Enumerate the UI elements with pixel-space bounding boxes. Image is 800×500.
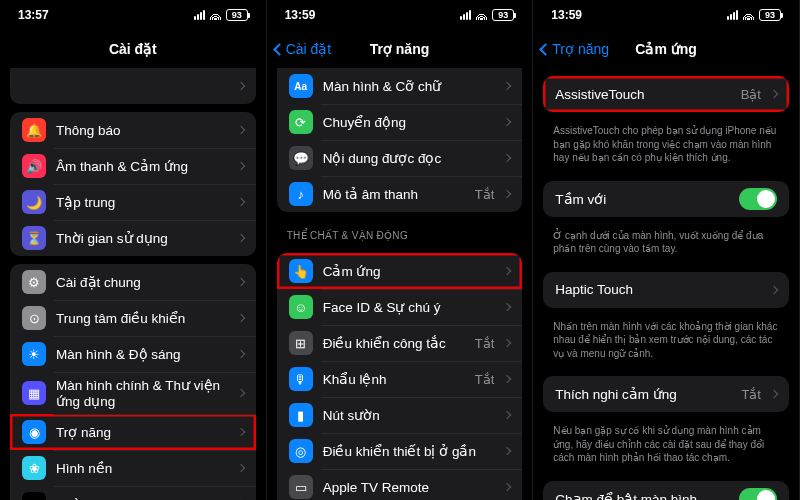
speaker-icon: 🔊 xyxy=(22,154,46,178)
chevron-right-icon xyxy=(770,390,778,398)
chevron-right-icon xyxy=(770,285,778,293)
settings-row-standby[interactable]: Chờ xyxy=(10,486,256,500)
wifi-icon xyxy=(209,11,222,20)
speech-icon: 💬 xyxy=(289,146,313,170)
status-time: 13:59 xyxy=(551,8,582,22)
chevron-right-icon xyxy=(236,234,244,242)
settings-row-accessibility[interactable]: ◉ Trợ năng xyxy=(10,414,256,450)
settings-row-display[interactable]: ☀︎ Màn hình & Độ sáng xyxy=(10,336,256,372)
chevron-right-icon xyxy=(236,198,244,206)
brightness-icon: ☀︎ xyxy=(22,342,46,366)
hourglass-icon: ⏳ xyxy=(22,226,46,250)
accessibility-icon: ◉ xyxy=(22,420,46,444)
chevron-right-icon xyxy=(503,267,511,275)
chevron-right-icon xyxy=(503,303,511,311)
standby-icon xyxy=(22,492,46,500)
row-voice-control[interactable]: 🎙 Khẩu lệnh Tắt xyxy=(277,361,523,397)
row-switch-control[interactable]: ⊞ Điều khiển công tắc Tắt xyxy=(277,325,523,361)
row-spoken-content[interactable]: 💬 Nội dung được đọc xyxy=(277,140,523,176)
settings-row-control-center[interactable]: ⊙ Trung tâm điều khiển xyxy=(10,300,256,336)
battery-icon: 93 xyxy=(226,9,248,21)
nav-header: Cài đặt xyxy=(0,30,266,68)
toggle-tap-to-wake[interactable] xyxy=(739,488,777,501)
chevron-right-icon xyxy=(503,190,511,198)
row-touch[interactable]: 👆 Cảm ứng xyxy=(277,253,523,289)
row-apple-tv-remote[interactable]: ▭ Apple TV Remote xyxy=(277,469,523,500)
chevron-right-icon xyxy=(236,162,244,170)
footer-haptic: Nhấn trên màn hình với các khoảng thời g… xyxy=(533,316,799,369)
chevron-right-icon xyxy=(503,339,511,347)
wifi-icon xyxy=(742,11,755,20)
signal-icon xyxy=(460,10,471,20)
page-title: Cảm ứng xyxy=(635,41,697,57)
chevron-left-icon xyxy=(541,41,550,57)
status-bar: 13:59 93 xyxy=(267,0,533,30)
status-bar: 13:59 93 xyxy=(533,0,799,30)
section-header-physical: THỂ CHẤT & VẬN ĐỘNG xyxy=(267,220,533,245)
footer-assistive: AssistiveTouch cho phép bạn sử dụng iPho… xyxy=(533,120,799,173)
bell-icon: 🔔 xyxy=(22,118,46,142)
audio-desc-icon: ♪ xyxy=(289,182,313,206)
settings-group xyxy=(10,68,256,104)
chevron-right-icon xyxy=(503,154,511,162)
nav-header: Cài đặt Trợ năng xyxy=(267,30,533,68)
row-nearby-control[interactable]: ◎ Điều khiển thiết bị ở gần xyxy=(277,433,523,469)
row-assistive-touch[interactable]: AssistiveTouch Bật xyxy=(543,76,789,112)
settings-row-general[interactable]: ⚙︎ Cài đặt chung xyxy=(10,264,256,300)
chevron-right-icon xyxy=(503,375,511,383)
toggle-reachability[interactable] xyxy=(739,188,777,210)
toggles-icon: ⊙ xyxy=(22,306,46,330)
footer-accommodations: Nếu bạn gặp sự cố khi sử dụng màn hình c… xyxy=(533,420,799,473)
chevron-right-icon xyxy=(236,464,244,472)
settings-row-home-screen[interactable]: ▦ Màn hình chính & Thư viện ứng dụng xyxy=(10,372,256,414)
battery-icon: 93 xyxy=(492,9,514,21)
settings-row-sounds[interactable]: 🔊 Âm thanh & Cảm ứng xyxy=(10,148,256,184)
touch-icon: 👆 xyxy=(289,259,313,283)
nearby-icon: ◎ xyxy=(289,439,313,463)
settings-group: 🔔 Thông báo 🔊 Âm thanh & Cảm ứng 🌙 Tập t… xyxy=(10,112,256,256)
row-faceid[interactable]: ☺ Face ID & Sự chú ý xyxy=(277,289,523,325)
row-haptic-touch[interactable]: Haptic Touch xyxy=(543,272,789,308)
settings-row-wallpaper[interactable]: ❀ Hình nền xyxy=(10,450,256,486)
battery-icon: 93 xyxy=(759,9,781,21)
footer-reachability: Ở cạnh dưới của màn hình, vuốt xuống để … xyxy=(533,225,799,264)
voice-icon: 🎙 xyxy=(289,367,313,391)
status-bar: 13:57 93 xyxy=(0,0,266,30)
grid-icon: ▦ xyxy=(22,381,46,405)
row-touch-accommodations[interactable]: Thích nghi cảm ứng Tắt xyxy=(543,376,789,412)
page-title: Trợ năng xyxy=(370,41,430,57)
chevron-right-icon xyxy=(236,428,244,436)
chevron-right-icon xyxy=(236,126,244,134)
chevron-right-icon xyxy=(236,82,244,90)
row-display-text-size[interactable]: Aa Màn hình & Cỡ chữ xyxy=(277,68,523,104)
settings-row-focus[interactable]: 🌙 Tập trung xyxy=(10,184,256,220)
text-size-icon: Aa xyxy=(289,74,313,98)
settings-row-truncated[interactable] xyxy=(10,68,256,104)
row-tap-to-wake[interactable]: Chạm để bật màn hình xyxy=(543,481,789,501)
chevron-right-icon xyxy=(503,447,511,455)
chevron-right-icon xyxy=(503,411,511,419)
row-side-button[interactable]: ▮ Nút sườn xyxy=(277,397,523,433)
chevron-right-icon xyxy=(236,278,244,286)
signal-icon xyxy=(194,10,205,20)
touch-screen: 13:59 93 Trợ năng Cảm ứng AssistiveTouch… xyxy=(533,0,800,500)
remote-icon: ▭ xyxy=(289,475,313,499)
settings-row-screentime[interactable]: ⏳ Thời gian sử dụng xyxy=(10,220,256,256)
row-motion[interactable]: ⟳ Chuyển động xyxy=(277,104,523,140)
settings-row-notifications[interactable]: 🔔 Thông báo xyxy=(10,112,256,148)
accessibility-group-physical: 👆 Cảm ứng ☺ Face ID & Sự chú ý ⊞ Điều kh… xyxy=(277,253,523,500)
touch-group-tap-to-wake: Chạm để bật màn hình xyxy=(543,481,789,501)
row-audio-descriptions[interactable]: ♪ Mô tả âm thanh Tắt xyxy=(277,176,523,212)
switch-icon: ⊞ xyxy=(289,331,313,355)
wifi-icon xyxy=(475,11,488,20)
generic-icon xyxy=(22,74,46,98)
settings-group: ⚙︎ Cài đặt chung ⊙ Trung tâm điều khiển … xyxy=(10,264,256,500)
moon-icon: 🌙 xyxy=(22,190,46,214)
back-button[interactable]: Trợ năng xyxy=(541,41,609,57)
button-icon: ▮ xyxy=(289,403,313,427)
chevron-right-icon xyxy=(770,90,778,98)
back-button[interactable]: Cài đặt xyxy=(275,41,332,57)
chevron-left-icon xyxy=(275,41,284,57)
row-reachability[interactable]: Tầm với xyxy=(543,181,789,217)
touch-group-accommodations: Thích nghi cảm ứng Tắt xyxy=(543,376,789,412)
